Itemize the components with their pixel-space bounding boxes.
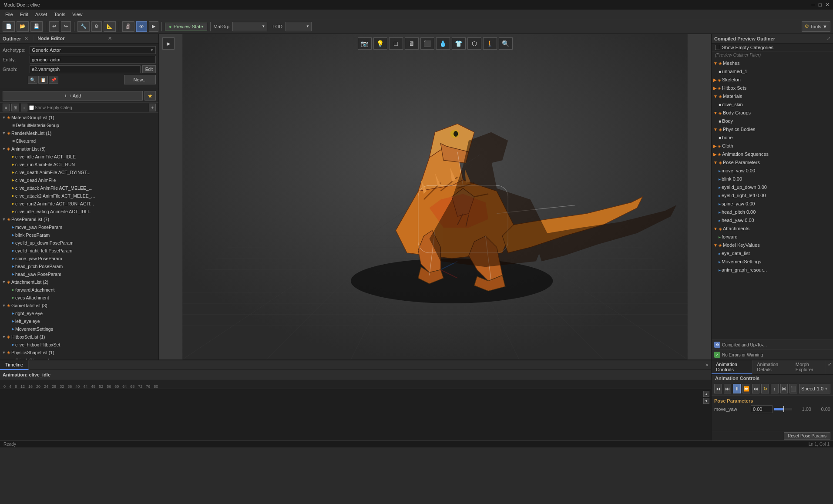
- tree-item-eyelid-ud[interactable]: ▸ eyelid_up_down PoseParam: [0, 239, 158, 247]
- maximize-btn[interactable]: □: [819, 2, 822, 8]
- show-empty-checkbox[interactable]: [29, 105, 34, 110]
- rt-forward[interactable]: ▸ forward: [712, 233, 833, 241]
- open-btn[interactable]: 📂: [17, 21, 29, 32]
- timeline-scroll-up[interactable]: ▲: [703, 391, 709, 397]
- tree-item-clive-idle-eating[interactable]: ▸ clive_idle_eating AnimFile ACT_IDLI...: [0, 208, 158, 215]
- lod-dropdown[interactable]: [286, 22, 312, 31]
- tree-item-physicslist[interactable]: ▼ ◈ PhysicsShapeList (1): [0, 349, 158, 356]
- rt-anim-sequences[interactable]: ▶ ◈ Animation Sequences: [712, 150, 833, 158]
- anim-tab-controls[interactable]: Animation Controls: [712, 360, 752, 374]
- tool3-btn[interactable]: 📐: [104, 21, 116, 32]
- undo-btn[interactable]: ↩: [49, 21, 59, 32]
- anim-panel-expand[interactable]: ⤢: [826, 360, 833, 374]
- vp-shape-btn[interactable]: □: [389, 37, 403, 50]
- anim-ikmode-btn[interactable]: ↑: [771, 384, 779, 393]
- graph-icon3-btn[interactable]: 📌: [49, 76, 58, 84]
- tree-item-attachmentlist[interactable]: ▼ ◈ AttachmentList (2): [0, 278, 158, 286]
- tree-item-eyes-attachment[interactable]: ▸ eyes Attachment: [0, 294, 158, 302]
- rt-physics-bodies[interactable]: ▼ ◈ Physics Bodies: [712, 125, 833, 134]
- anim-record-btn[interactable]: ⬛: [789, 384, 797, 393]
- tree-item-animlist[interactable]: ▼ ◈ AnimationList (8): [0, 145, 158, 153]
- tree-item-clive-hitbox[interactable]: ▸ clive_hitbox HitboxSet: [0, 341, 158, 349]
- menu-asset[interactable]: Asset: [32, 11, 51, 18]
- anim-btn[interactable]: ▶: [149, 21, 158, 32]
- anim-end-btn[interactable]: ⏭: [752, 384, 760, 393]
- tree-item-clive-death[interactable]: ▸ clive_death AnimFile ACT_DYINGT...: [0, 168, 158, 176]
- tools-dropdown-btn[interactable]: ⚙ Tools ▼: [802, 21, 830, 32]
- tree-item-eyelid-rl[interactable]: ▸ eyelid_right_left PoseParam: [0, 247, 158, 255]
- tree-item-head-pitch[interactable]: ▸ head_pitch PoseParam: [0, 262, 158, 270]
- tree-item-gamedatalist[interactable]: ▼ ◈ GameDataList (3): [0, 302, 158, 309]
- anim-prev-btn[interactable]: ⏭: [724, 384, 732, 393]
- timeline-scroll-down[interactable]: ▼: [703, 398, 709, 404]
- matgrp-dropdown[interactable]: [232, 22, 267, 31]
- vp-hex-btn[interactable]: ⬡: [467, 37, 481, 50]
- vp-paint-btn[interactable]: 💧: [436, 37, 450, 50]
- tree-item-forward-attachment[interactable]: ▸ forward Attachment: [0, 286, 158, 294]
- rt-attachments[interactable]: ▼ ◈ Attachments: [712, 225, 833, 233]
- rt-cloth[interactable]: ▶ ◈ Cloth: [712, 142, 833, 150]
- archetype-dropdown[interactable]: Generic Actor ▼: [30, 46, 156, 54]
- timeline-content[interactable]: ▲ ▼: [0, 389, 711, 440]
- tree-item-blink[interactable]: ▸ blink PoseParam: [0, 231, 158, 239]
- anim-pause-btn[interactable]: ⏸: [733, 384, 741, 393]
- rt-meshes[interactable]: ▼ ◈ Meshes: [712, 59, 833, 67]
- view-btn[interactable]: 👁: [136, 21, 147, 32]
- anim-tab-morph[interactable]: Morph Explorer: [791, 360, 826, 374]
- tree-item-hitboxlist[interactable]: ▼ ◈ HitboxSetList (1): [0, 333, 158, 341]
- viewport[interactable]: ▶ 📷 💡 □ 🖥 ⬛ 💧 👕 ⬡ 🚶 🔍: [159, 34, 711, 360]
- pose-move-yaw-input[interactable]: [751, 405, 773, 413]
- anim-bones-btn[interactable]: ⋈: [780, 384, 788, 393]
- menu-file[interactable]: File: [2, 11, 17, 18]
- rt-head-yaw[interactable]: ▸ head_yaw 0.00: [712, 216, 833, 225]
- tool2-btn[interactable]: ⚙: [91, 21, 102, 32]
- pose-move-yaw-bar[interactable]: [774, 408, 792, 410]
- rt-pose-params[interactable]: ▼ ◈ Pose Parameters: [712, 158, 833, 167]
- right-panel-expand-btn[interactable]: ⤢: [827, 36, 830, 41]
- rt-anim-graph[interactable]: ▸ anim_graph_resour...: [712, 266, 833, 274]
- vp-cube-btn[interactable]: ⬛: [420, 37, 434, 50]
- minimize-btn[interactable]: ─: [811, 2, 815, 8]
- tree-item-clive-attack[interactable]: ▸ clive_attack AnimFile ACT_MELEE_...: [0, 184, 158, 192]
- tree-item-spine-yaw[interactable]: ▸ spine_yaw PoseParam: [0, 255, 158, 262]
- filter-grid-btn[interactable]: ⊞: [11, 104, 19, 111]
- anim-next-btn[interactable]: ⏩: [742, 384, 750, 393]
- vp-figure-btn[interactable]: 🚶: [483, 37, 497, 50]
- anim-loop-btn[interactable]: ↻: [761, 384, 769, 393]
- tree-item-clive-idle[interactable]: ▸ clive_idle AnimFile ACT_IDLE: [0, 153, 158, 161]
- tree-item-clive-dead[interactable]: ▸ clive_dead AnimFile: [0, 176, 158, 184]
- tree-item-movementsettings[interactable]: ▸ MovementSettings: [0, 325, 158, 333]
- tree-item-clive-run[interactable]: ▸ clive_run AnimFile ACT_RUN: [0, 161, 158, 168]
- speed-ctrl[interactable]: Speed 1.0 ▼: [799, 384, 830, 393]
- tree-item-rendermesh[interactable]: ▼ ◈ RenderMeshList (1): [0, 129, 158, 137]
- edit-graph-btn[interactable]: Edit: [142, 65, 156, 73]
- play-button[interactable]: ▶: [162, 37, 175, 50]
- vp-light-btn[interactable]: 💡: [373, 37, 387, 50]
- redo-btn[interactable]: ↪: [61, 21, 71, 32]
- timeline-tab[interactable]: Timeline: [0, 360, 29, 370]
- rt-body[interactable]: ■ Body: [712, 117, 833, 125]
- rt-movementsettings[interactable]: ▸ MovementSettings: [712, 258, 833, 266]
- outliner-close-btn[interactable]: ✕: [24, 36, 28, 41]
- rt-skeleton[interactable]: ▶ ◈ Skeleton: [712, 76, 833, 84]
- tree-item-materialgroup[interactable]: ▼ ◈ MaterialGroupList (1): [0, 114, 158, 121]
- reset-pose-btn[interactable]: Reset Pose Params: [784, 432, 830, 440]
- rt-bone[interactable]: ■ bone: [712, 134, 833, 142]
- timeline-header-close[interactable]: ✕: [705, 363, 709, 367]
- tree-item-head-yaw[interactable]: ▸ head_yaw PoseParam: [0, 270, 158, 278]
- preview-state-btn[interactable]: ● Preview State: [165, 23, 207, 30]
- filter-plus-btn[interactable]: +: [149, 104, 156, 111]
- show-empty-label[interactable]: Show Empty Categ: [29, 105, 72, 110]
- rt-blink[interactable]: ▸ blink 0.00: [712, 175, 833, 183]
- show-empty-right-checkbox[interactable]: [715, 45, 720, 50]
- tree-item-defaultmaterial[interactable]: ■ DefaultMaterialGroup: [0, 121, 158, 129]
- vp-camera-btn[interactable]: 📷: [358, 37, 372, 50]
- anim-tab-details[interactable]: Animation Details: [752, 360, 791, 374]
- rt-materials[interactable]: ▼ ◈ Materials: [712, 92, 833, 101]
- rt-unnamed1[interactable]: ■ unnamed_1: [712, 67, 833, 76]
- graph-icon2-btn[interactable]: 📋: [38, 76, 48, 84]
- vp-display-btn[interactable]: 🖥: [405, 37, 419, 50]
- rt-head-pitch[interactable]: ▸ head_pitch 0.00: [712, 208, 833, 216]
- rt-eyelid-ud[interactable]: ▸ eyelid_up_down 0.00: [712, 183, 833, 192]
- tree-item-clive-run2[interactable]: ▸ clive_run2 AnimFile ACT_RUN_AGIT...: [0, 200, 158, 208]
